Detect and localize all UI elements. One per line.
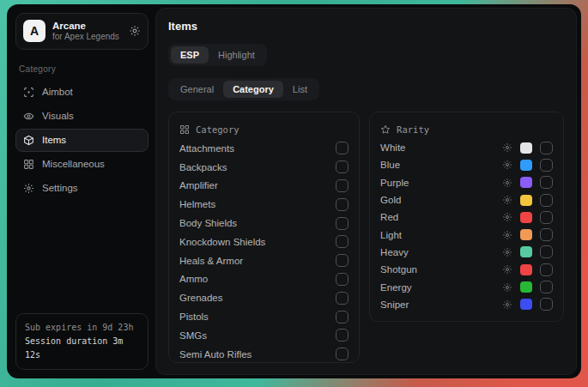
category-checkbox[interactable] xyxy=(336,348,349,360)
main-panel: Items ESP Highlight General Category Lis… xyxy=(155,8,577,375)
rarity-row: Energy xyxy=(380,278,553,295)
category-label: Heals & Armor xyxy=(179,256,243,266)
category-checkbox[interactable] xyxy=(336,329,349,342)
rarity-color-swatch[interactable] xyxy=(520,299,532,310)
rarity-checkbox[interactable] xyxy=(540,228,553,241)
sidebar-item-items[interactable]: Items xyxy=(15,129,149,152)
rarity-checkbox[interactable] xyxy=(540,263,553,276)
rarity-color-swatch[interactable] xyxy=(520,281,532,293)
rarity-row: Heavy xyxy=(380,244,553,261)
subscription-card: Sub expires in 9d 23h Session duration 3… xyxy=(15,313,149,370)
category-row: Attachments xyxy=(179,139,349,158)
rarity-label: Gold xyxy=(380,195,401,205)
category-label: Backpacks xyxy=(179,162,227,172)
category-row: SMGs xyxy=(179,326,349,345)
tab-esp[interactable]: ESP xyxy=(171,46,209,63)
rarity-gear-icon[interactable] xyxy=(502,230,512,240)
page-title: Items xyxy=(168,20,564,33)
grid-icon xyxy=(23,159,34,170)
rarity-label: Sniper xyxy=(380,299,409,310)
category-row: Amplifier xyxy=(179,177,349,196)
tab-general[interactable]: General xyxy=(171,81,223,98)
rarity-row: White xyxy=(380,139,553,156)
app-name: Arcane xyxy=(52,20,122,32)
sidebar-item-label: Miscellaneous xyxy=(42,159,105,169)
rarity-gear-icon[interactable] xyxy=(502,282,512,293)
rarity-gear-icon[interactable] xyxy=(502,178,512,188)
rarity-checkbox[interactable] xyxy=(540,176,553,189)
mode-tab-group: ESP Highlight xyxy=(168,44,267,66)
category-checkbox[interactable] xyxy=(336,160,349,173)
category-checkbox[interactable] xyxy=(336,292,349,305)
category-label: Attachments xyxy=(179,143,234,154)
sidebar-item-aimbot[interactable]: Aimbot xyxy=(15,81,149,104)
category-label: SMGs xyxy=(179,330,207,341)
sidebar-item-label: Items xyxy=(42,135,66,145)
rarity-color-swatch[interactable] xyxy=(520,246,532,257)
category-panel-title: Category xyxy=(196,124,239,135)
app-subtitle: for Apex Legends xyxy=(52,32,122,43)
rarity-color-swatch[interactable] xyxy=(520,160,532,171)
category-row: Body Shields xyxy=(179,214,349,233)
rarity-checkbox[interactable] xyxy=(540,142,553,154)
profile-gear-icon[interactable] xyxy=(129,25,141,37)
rarity-row: Blue xyxy=(380,156,553,173)
category-row: Heals & Armor xyxy=(179,251,349,270)
sidebar-item-label: Aimbot xyxy=(42,87,73,97)
app-window: A Arcane for Apex Legends Category xyxy=(7,4,581,378)
category-checkbox[interactable] xyxy=(336,217,349,230)
rarity-label: White xyxy=(380,142,405,153)
tab-list[interactable]: List xyxy=(283,81,317,98)
box-icon xyxy=(23,135,34,146)
tab-highlight[interactable]: Highlight xyxy=(209,46,264,63)
rarity-label: Energy xyxy=(380,282,411,293)
sub-expiry-text: Sub expires in 9d 23h xyxy=(25,321,139,335)
rarity-checkbox[interactable] xyxy=(540,159,553,172)
rarity-gear-icon[interactable] xyxy=(502,160,512,170)
category-checkbox[interactable] xyxy=(336,311,349,324)
rarity-color-swatch[interactable] xyxy=(520,229,532,240)
category-checkbox[interactable] xyxy=(336,254,349,267)
sidebar-item-visuals[interactable]: Visuals xyxy=(15,105,149,128)
rarity-panel-title: Rarity xyxy=(397,124,429,135)
rarity-row: Gold xyxy=(380,191,553,209)
rarity-gear-icon[interactable] xyxy=(502,247,512,257)
category-label: Semi Auto Rifles xyxy=(179,349,252,360)
tab-category[interactable]: Category xyxy=(223,81,283,98)
category-checkbox[interactable] xyxy=(336,273,349,286)
category-checkbox[interactable] xyxy=(336,198,349,211)
rarity-color-swatch[interactable] xyxy=(520,177,532,188)
category-grid-icon xyxy=(179,124,190,135)
rarity-gear-icon[interactable] xyxy=(502,264,512,275)
crosshair-icon xyxy=(23,87,34,98)
rarity-label: Purple xyxy=(380,178,409,188)
category-row: Semi Auto Rifles xyxy=(179,345,349,363)
rarity-checkbox[interactable] xyxy=(540,211,553,224)
rarity-label: Red xyxy=(380,212,398,222)
category-panel: Category Attachments Backpacks Amplifier xyxy=(168,112,360,363)
rarity-checkbox[interactable] xyxy=(540,281,553,293)
rarity-gear-icon[interactable] xyxy=(502,195,512,205)
session-duration-text: Session duration 3m 12s xyxy=(25,335,139,362)
rarity-row: Light xyxy=(380,226,553,243)
rarity-color-swatch[interactable] xyxy=(520,264,532,275)
sidebar-item-miscellaneous[interactable]: Miscellaneous xyxy=(15,153,149,176)
view-tab-group: General Category List xyxy=(168,78,319,100)
rarity-gear-icon[interactable] xyxy=(502,299,512,310)
category-row: Helmets xyxy=(179,195,349,214)
rarity-color-swatch[interactable] xyxy=(520,195,532,206)
rarity-checkbox[interactable] xyxy=(540,298,553,311)
rarity-color-swatch[interactable] xyxy=(520,142,532,154)
category-checkbox[interactable] xyxy=(336,235,349,248)
rarity-gear-icon[interactable] xyxy=(502,212,512,222)
rarity-checkbox[interactable] xyxy=(540,194,553,207)
category-checkbox[interactable] xyxy=(336,142,349,154)
rarity-checkbox[interactable] xyxy=(540,245,553,258)
category-checkbox[interactable] xyxy=(336,179,349,192)
rarity-color-swatch[interactable] xyxy=(520,212,532,223)
sidebar-item-label: Visuals xyxy=(42,111,74,121)
rarity-panel: Rarity White xyxy=(369,112,564,322)
category-label: Body Shields xyxy=(179,218,237,228)
sidebar-item-settings[interactable]: Settings xyxy=(15,177,149,200)
rarity-gear-icon[interactable] xyxy=(502,142,512,153)
